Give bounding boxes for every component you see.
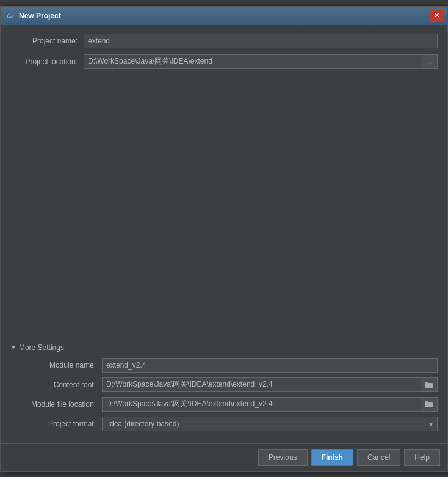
svg-rect-3: [425, 401, 428, 403]
cancel-button[interactable]: Cancel: [357, 449, 400, 466]
module-file-location-browse-button[interactable]: [421, 397, 438, 412]
content-root-label: Content root:: [16, 381, 102, 389]
svg-rect-0: [425, 383, 433, 388]
module-name-label: Module name:: [16, 361, 102, 370]
more-settings-label: More Settings: [19, 343, 64, 352]
title-bar: 🗂 New Project ✕: [1, 7, 447, 25]
toggle-arrow-icon: ▼: [10, 344, 16, 351]
close-button[interactable]: ✕: [430, 10, 443, 22]
project-location-input[interactable]: [84, 54, 421, 69]
project-location-label: Project location:: [10, 57, 84, 66]
project-format-select[interactable]: .idea (directory based) Eclipse format: [102, 417, 438, 431]
more-settings-fields: Module name: Content root:: [10, 358, 438, 431]
project-format-label: Project format:: [16, 420, 102, 428]
project-name-input[interactable]: [84, 34, 438, 48]
module-name-row: Module name:: [16, 358, 438, 373]
project-name-row: Project name:: [10, 34, 438, 48]
empty-area: [10, 75, 438, 338]
module-file-location-row: Module file location:: [16, 397, 438, 412]
folder-icon: [425, 381, 433, 388]
window-icon: 🗂: [5, 11, 15, 21]
dialog-footer: Previous Finish Cancel Help: [1, 443, 447, 471]
more-settings-section: ▼ More Settings Module name: Content roo…: [10, 338, 438, 431]
dialog-body: Project name: Project location: ... ▼ Mo…: [1, 25, 447, 443]
project-format-select-wrapper: .idea (directory based) Eclipse format ▼: [102, 417, 438, 431]
folder-icon-2: [425, 401, 433, 408]
module-file-location-input[interactable]: [102, 397, 421, 412]
module-name-input[interactable]: [102, 358, 438, 373]
module-file-location-label: Module file location:: [16, 400, 102, 409]
svg-rect-2: [425, 402, 433, 407]
project-location-row: Project location: ...: [10, 54, 438, 69]
svg-rect-1: [425, 382, 428, 384]
project-location-input-group: ...: [84, 54, 438, 69]
content-root-input-group: [102, 377, 438, 392]
finish-button[interactable]: Finish: [311, 449, 353, 466]
module-file-location-input-group: [102, 397, 438, 412]
window-title: New Project: [19, 12, 61, 20]
help-button[interactable]: Help: [404, 449, 440, 466]
content-root-row: Content root:: [16, 377, 438, 392]
project-location-browse-button[interactable]: ...: [421, 54, 438, 69]
content-root-input[interactable]: [102, 377, 421, 392]
project-name-label: Project name:: [10, 37, 84, 45]
more-settings-toggle[interactable]: ▼ More Settings: [10, 343, 438, 352]
project-format-row: Project format: .idea (directory based) …: [16, 417, 438, 431]
content-root-browse-button[interactable]: [421, 377, 438, 392]
previous-button[interactable]: Previous: [258, 449, 308, 466]
new-project-dialog: 🗂 New Project ✕ Project name: Project lo…: [0, 6, 448, 472]
